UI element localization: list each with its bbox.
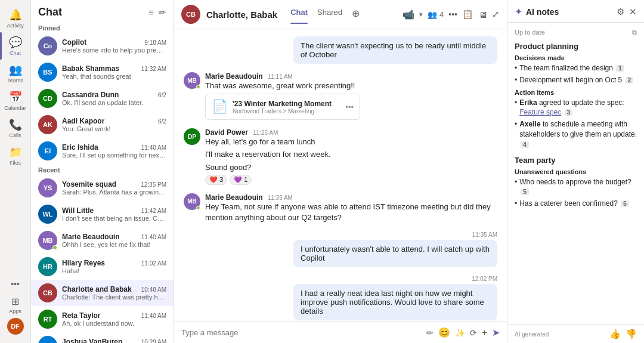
- avatar: Co: [38, 36, 57, 55]
- message-timestamp: 12:02 PM: [184, 276, 497, 282]
- chat-time: 10:29 AM: [141, 339, 166, 343]
- tab-shared[interactable]: Shared: [312, 5, 347, 24]
- ai-panel-body: Up to date ⧉ Product planning Decisions …: [507, 23, 644, 325]
- ai-settings-icon[interactable]: ⚙: [617, 7, 624, 17]
- file-more-icon[interactable]: •••: [345, 103, 354, 112]
- chat-time: 11:40 AM: [141, 313, 166, 319]
- avatar: RT: [38, 310, 57, 329]
- thumbs-up-icon[interactable]: 👍: [609, 329, 621, 339]
- chat-preview: You: Great work!: [62, 125, 166, 132]
- chat-preview: Sarah: Plus, Atlanta has a growing tech …: [62, 189, 166, 196]
- list-item[interactable]: YS Yosemite squad 12:35 PM Sarah: Plus, …: [31, 175, 174, 201]
- list-item[interactable]: JV Joshua VanBuren 10:29 AM Thanks for r…: [31, 332, 174, 343]
- sticker-icon[interactable]: ✨: [455, 328, 465, 338]
- copy-icon[interactable]: ⧉: [632, 29, 637, 36]
- file-attachment[interactable]: 📄 '23 Winter Marketing Moment Northwind …: [205, 94, 360, 120]
- ai-subsection-decisions: Decisions made: [515, 54, 637, 61]
- chat-list-panel: Chat ≡ ✏ Pinned Co Copilot 9:18 AM Here'…: [31, 0, 174, 343]
- video-call-icon[interactable]: 📹: [402, 9, 414, 20]
- list-item[interactable]: HR Hilary Reyes 11:02 AM Haha!: [31, 254, 174, 280]
- avatar: CB: [38, 283, 57, 302]
- ai-bullet: Who needs to approve the budget? 5: [515, 177, 637, 197]
- compose-actions: ✏ 😊 ✨ ⟳ + ➤: [426, 327, 500, 338]
- compose-bar: ✏ 😊 ✨ ⟳ + ➤: [174, 322, 507, 343]
- message-timestamp: 11:35 AM: [184, 231, 497, 238]
- feature-spec-link[interactable]: Feature spec: [519, 108, 561, 116]
- chat-preview: Yeah, that sounds great: [62, 73, 166, 80]
- nav-files[interactable]: 📁 Files: [0, 142, 30, 169]
- new-chat-icon[interactable]: ✏: [159, 7, 166, 18]
- chat-header: CB Charlotte, Babak Chat Shared ⊕ 📹 ▾ 👥 …: [174, 0, 507, 29]
- chat-list-header: Chat ≡ ✏: [31, 0, 174, 22]
- header-tabs: Chat Shared ⊕: [286, 5, 364, 24]
- left-nav: 🔔 Activity 💬 Chat 👥 Teams 📅 Calendar 📞 C…: [0, 0, 31, 343]
- filter-icon[interactable]: ≡: [148, 7, 154, 18]
- call-chevron-icon[interactable]: ▾: [419, 11, 423, 18]
- list-item[interactable]: Co Copilot 9:18 AM Here's some info to h…: [31, 33, 174, 59]
- chat-time: 12:35 PM: [141, 181, 166, 188]
- ai-section-product-planning: Product planning: [515, 42, 637, 51]
- thumbs-down-icon[interactable]: 👎: [626, 329, 637, 339]
- nav-more[interactable]: •••: [0, 276, 30, 292]
- format-icon[interactable]: ✏: [426, 328, 434, 338]
- share-screen-icon[interactable]: 🖥: [478, 10, 487, 20]
- contact-name: Charlotte, Babak: [206, 10, 277, 20]
- nav-teams[interactable]: 👥 Teams: [0, 60, 30, 87]
- message-row: MB Marie Beaudouin 11:11 AM That was awe…: [184, 72, 497, 120]
- whiteboard-icon[interactable]: 📋: [462, 9, 473, 20]
- loop-icon[interactable]: ⟳: [470, 328, 477, 338]
- tab-add[interactable]: ⊕: [347, 5, 364, 24]
- attach-icon[interactable]: +: [482, 327, 487, 338]
- list-item[interactable]: CB Charlotte and Babak 10:48 AM Charlott…: [31, 280, 174, 306]
- message-row: The client wasn't expecting us to be rea…: [184, 36, 497, 64]
- ai-panel-header-actions: ⚙ ✕: [617, 7, 637, 17]
- avatar: JV: [38, 336, 57, 343]
- list-item[interactable]: BS Babak Shammas 11:32 AM Yeah, that sou…: [31, 59, 174, 85]
- list-item[interactable]: EI Eric Ishida 11:40 AM Sure, I'll set u…: [31, 138, 174, 164]
- message-bubble-self: I had a really neat idea last night on h…: [293, 284, 497, 320]
- list-item[interactable]: CD Cassandra Dunn 6/2 Ok. I'll send an u…: [31, 85, 174, 112]
- reaction-heart[interactable]: ❤️3: [205, 175, 227, 185]
- chat-name: Babak Shammas: [62, 64, 119, 73]
- list-item[interactable]: WL Will Little 11:42 AM I don't see that…: [31, 201, 174, 227]
- send-button[interactable]: ➤: [492, 327, 500, 338]
- ai-close-icon[interactable]: ✕: [629, 7, 637, 17]
- ai-bullet: Erika agreed to update the spec: Feature…: [515, 98, 637, 118]
- ai-badge: 1: [616, 65, 624, 72]
- avatar: MB: [184, 193, 200, 210]
- participants-icon[interactable]: 👥 4: [428, 10, 444, 19]
- nav-chat[interactable]: 💬 Chat: [0, 32, 30, 60]
- emoji-icon[interactable]: 😊: [438, 327, 450, 338]
- main-chat: CB Charlotte, Babak Chat Shared ⊕ 📹 ▾ 👥 …: [174, 0, 507, 343]
- list-item[interactable]: AK Aadi Kapoor 6/2 You: Great work!: [31, 112, 174, 138]
- user-avatar[interactable]: DF: [7, 318, 24, 335]
- message-row: I unfortunately wasn't able to attend. I…: [184, 240, 497, 267]
- ai-bullet: Has a caterer been confirmed? 6: [515, 199, 637, 209]
- tab-chat[interactable]: Chat: [286, 5, 312, 24]
- contact-avatar: CB: [181, 5, 200, 24]
- chat-name: Aadi Kapoor: [62, 117, 104, 125]
- compose-input[interactable]: [181, 328, 423, 337]
- chat-list-title: Chat: [38, 6, 62, 18]
- chat-name: Reta Taylor: [62, 311, 100, 320]
- list-item[interactable]: MB Marie Beaudouin 11:40 AM Ohhh I see, …: [31, 227, 174, 254]
- chat-time: 6/2: [158, 118, 166, 125]
- teams-icon: 👥: [9, 63, 22, 76]
- nav-calls[interactable]: 📞 Calls: [0, 115, 30, 142]
- messages-area: The client wasn't expecting us to be rea…: [174, 29, 507, 322]
- message-time: 11:11 AM: [268, 73, 293, 80]
- list-item[interactable]: RT Reta Taylor 11:40 AM Ah, ok I underst…: [31, 306, 174, 332]
- ai-notes-panel: ✦ AI notes ⚙ ✕ Up to date ⧉ Product plan…: [507, 0, 644, 343]
- reaction-purple-heart[interactable]: 💜1: [230, 175, 252, 185]
- avatar: AK: [38, 115, 57, 134]
- more-actions-icon[interactable]: •••: [448, 10, 457, 19]
- chat-list-actions: ≡ ✏: [148, 7, 166, 18]
- nav-activity[interactable]: 🔔 Activity: [0, 5, 30, 32]
- nav-calendar[interactable]: 📅 Calendar: [0, 87, 30, 115]
- avatar: EI: [38, 141, 57, 160]
- message-sender: David Power: [205, 128, 248, 137]
- nav-apps[interactable]: ⊞ Apps: [0, 292, 30, 318]
- chat-time: 9:18 AM: [144, 39, 166, 46]
- ai-bullet: The team finalized the design 1: [515, 63, 637, 73]
- popout-icon[interactable]: ⤢: [492, 9, 500, 20]
